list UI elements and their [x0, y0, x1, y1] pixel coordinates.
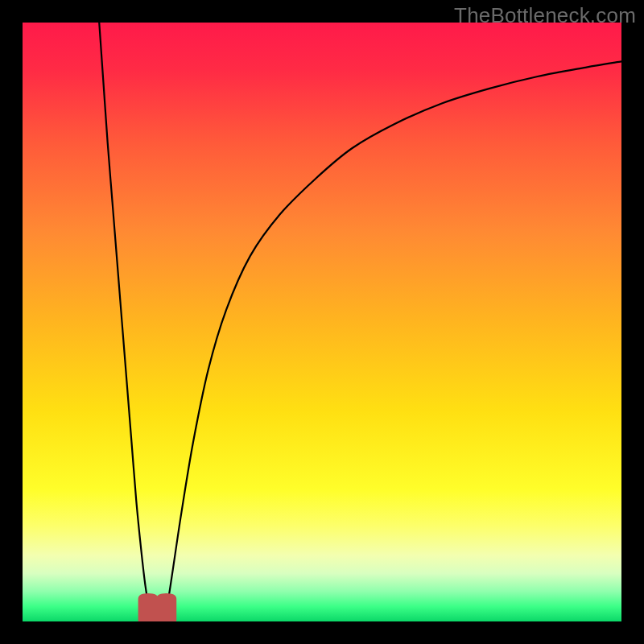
- watermark-text: TheBottleneck.com: [454, 3, 636, 28]
- cusp-u-icon: [138, 593, 177, 621]
- plot-area: [23, 23, 621, 621]
- gradient-background: [23, 23, 621, 621]
- chart-svg: [23, 23, 621, 621]
- chart-frame: TheBottleneck.com: [0, 0, 644, 644]
- cusp-marker: [138, 593, 177, 621]
